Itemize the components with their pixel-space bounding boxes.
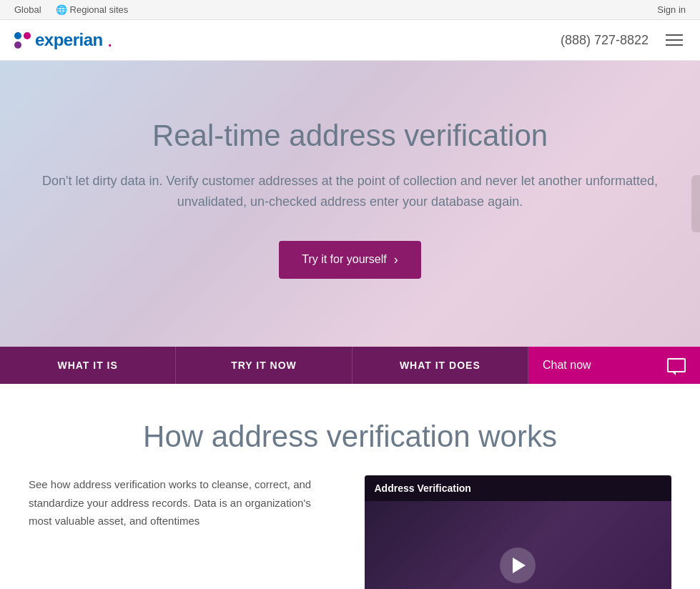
section-title: How address verification works <box>29 420 671 454</box>
logo-dots <box>14 32 31 49</box>
logo[interactable]: experian. <box>14 30 113 50</box>
top-bar-left: Global Regional sites <box>14 4 128 15</box>
nav-tabs: WHAT IT IS TRY IT NOW WHAT IT DOES Chat … <box>0 347 700 384</box>
header: experian. (888) 727-8822 <box>0 20 700 61</box>
chat-tab[interactable]: Chat now <box>528 347 700 384</box>
phone-number: (888) 727-8822 <box>561 33 649 48</box>
video-card[interactable]: Address Verification <box>365 475 672 589</box>
top-bar: Global Regional sites Sign in <box>0 0 700 20</box>
try-it-button[interactable]: Try it for yourself › <box>279 241 421 279</box>
tab-what-it-is[interactable]: WHAT IT IS <box>0 347 176 384</box>
chat-icon <box>667 358 686 372</box>
header-right: (888) 727-8822 <box>561 31 686 49</box>
hamburger-line-3 <box>666 44 683 46</box>
arrow-icon: › <box>394 252 398 267</box>
hero-section: Real-time address verification Don't let… <box>0 61 700 347</box>
tab-try-it-now[interactable]: TRY IT NOW <box>176 347 352 384</box>
global-link[interactable]: Global <box>14 4 41 15</box>
video-preview <box>365 501 672 589</box>
try-it-label: Try it for yourself <box>302 253 387 266</box>
main-content: How address verification works See how a… <box>0 384 700 589</box>
regional-link[interactable]: Regional sites <box>56 4 129 15</box>
hamburger-line-2 <box>666 39 683 41</box>
content-text: See how address verification works to cl… <box>29 475 336 530</box>
video-title: Address Verification <box>365 475 672 501</box>
tab-what-it-does[interactable]: WHAT IT DOES <box>353 347 528 384</box>
play-button[interactable] <box>500 548 536 583</box>
hamburger-menu[interactable] <box>663 31 686 49</box>
logo-text: experian <box>35 30 103 50</box>
dot-2 <box>24 32 31 39</box>
signin-link[interactable]: Sign in <box>657 4 686 15</box>
logo-period: . <box>107 30 113 50</box>
dot-1 <box>14 32 21 39</box>
dot-3 <box>14 41 21 49</box>
hero-title: Real-time address verification <box>29 118 671 154</box>
hamburger-line-1 <box>666 34 683 36</box>
hero-subtitle: Don't let dirty data in. Verify customer… <box>29 171 671 212</box>
scroll-indicator <box>691 175 700 232</box>
chat-label: Chat now <box>543 359 591 372</box>
content-grid: See how address verification works to cl… <box>29 475 671 589</box>
dot-4 <box>24 41 31 49</box>
